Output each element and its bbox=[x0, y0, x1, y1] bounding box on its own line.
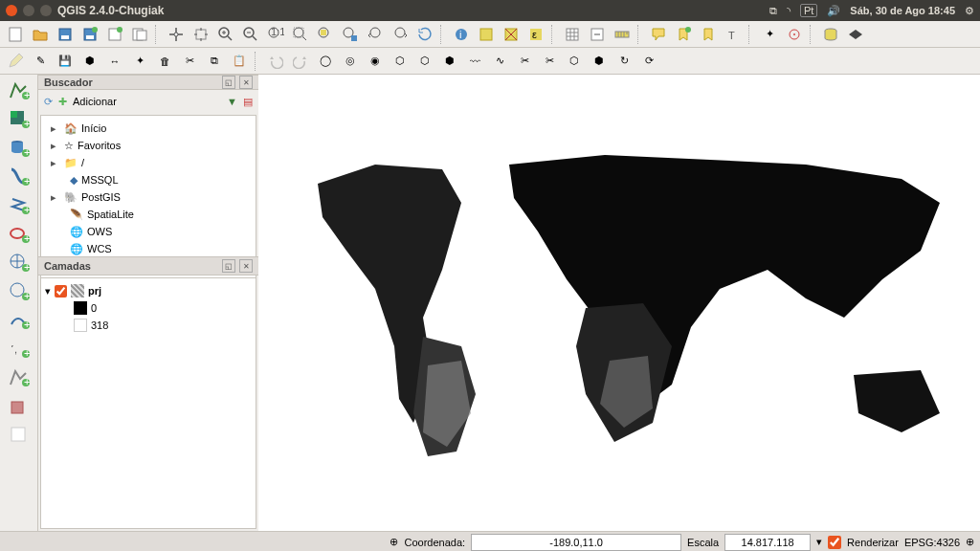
expression-select-button[interactable]: ε bbox=[524, 23, 547, 46]
refresh-button[interactable] bbox=[413, 23, 436, 46]
save-as-button[interactable] bbox=[78, 23, 101, 46]
add-part-button[interactable]: ◉ bbox=[364, 50, 387, 73]
crs-icon[interactable]: ⊕ bbox=[966, 536, 974, 548]
offset-curve-button[interactable]: ∿ bbox=[488, 50, 511, 73]
bookmark-new-button[interactable] bbox=[672, 23, 695, 46]
filter-icon[interactable]: ▼ bbox=[227, 96, 237, 107]
text-annotation-button[interactable]: T bbox=[722, 23, 745, 46]
attribute-table-button[interactable] bbox=[561, 23, 584, 46]
georef-button[interactable]: ✦ bbox=[758, 23, 781, 46]
tree-item-favorites[interactable]: ▸☆Favoritos bbox=[47, 137, 250, 154]
del-part-button[interactable]: ⬢ bbox=[438, 50, 461, 73]
add-ring-button[interactable]: ◎ bbox=[339, 50, 362, 73]
open-project-button[interactable] bbox=[29, 23, 52, 46]
tree-item-root[interactable]: ▸📁/ bbox=[47, 154, 250, 171]
merge-attrs-button[interactable]: ⬢ bbox=[588, 50, 611, 73]
add-feature-button[interactable]: ⬢ bbox=[78, 50, 101, 73]
add-mssql-button[interactable]: + bbox=[5, 193, 33, 218]
zoom-next-button[interactable] bbox=[389, 23, 412, 46]
add-wcs-button[interactable]: + bbox=[5, 279, 33, 304]
zoom-in-button[interactable] bbox=[214, 23, 237, 46]
expand-icon[interactable]: ▾ bbox=[45, 285, 51, 298]
undo-button[interactable] bbox=[264, 50, 287, 73]
postgis-button[interactable] bbox=[819, 23, 842, 46]
layers-panel[interactable]: ▾ prj 0 318 bbox=[40, 277, 256, 529]
map-canvas[interactable] bbox=[258, 75, 980, 531]
select-button[interactable] bbox=[475, 23, 498, 46]
pin-labels-button[interactable] bbox=[5, 423, 33, 448]
clock[interactable]: Sáb, 30 de Ago 18:45 bbox=[850, 5, 955, 16]
composer-manager-button[interactable] bbox=[128, 23, 151, 46]
delete-selected-button[interactable]: 🗑 bbox=[153, 50, 176, 73]
add-raster-button[interactable]: + bbox=[5, 107, 33, 132]
layer-item-prj[interactable]: ▾ prj bbox=[45, 282, 252, 299]
tree-item-home[interactable]: ▸🏠Início bbox=[47, 120, 250, 137]
coord-input[interactable] bbox=[471, 534, 681, 551]
add-spatialite-button[interactable]: + bbox=[5, 165, 33, 189]
split-features-button[interactable]: ✂ bbox=[513, 50, 536, 73]
deselect-button[interactable] bbox=[500, 23, 523, 46]
simplify-button[interactable]: ◯ bbox=[314, 50, 337, 73]
gps-button[interactable] bbox=[783, 23, 806, 46]
bookmarks-button[interactable] bbox=[697, 23, 720, 46]
lang-indicator[interactable]: Pt bbox=[800, 4, 817, 17]
scale-input[interactable] bbox=[724, 534, 811, 551]
new-project-button[interactable] bbox=[4, 23, 27, 46]
zoom-full-button[interactable] bbox=[289, 23, 312, 46]
tree-item-ows[interactable]: 🌐OWS bbox=[47, 223, 250, 240]
toggle-extents-icon[interactable]: ⊕ bbox=[390, 536, 398, 548]
crs-label[interactable]: EPSG:4326 bbox=[904, 537, 960, 548]
add-postgis-button[interactable]: + bbox=[5, 136, 33, 161]
zoom-out-button[interactable] bbox=[239, 23, 262, 46]
maximize-icon[interactable] bbox=[40, 5, 52, 16]
save-button[interactable] bbox=[54, 23, 77, 46]
layer-visibility-checkbox[interactable] bbox=[55, 285, 67, 298]
zoom-last-button[interactable] bbox=[364, 23, 387, 46]
new-composer-button[interactable] bbox=[103, 23, 126, 46]
merge-features-button[interactable]: ⬡ bbox=[563, 50, 586, 73]
add-icon[interactable]: ✚ bbox=[58, 96, 67, 108]
oracle-button[interactable] bbox=[844, 23, 867, 46]
tree-item-mssql[interactable]: ◆MSSQL bbox=[47, 171, 250, 188]
volume-icon[interactable]: 🔊 bbox=[827, 5, 840, 17]
wifi-icon[interactable]: ◝ bbox=[787, 5, 791, 17]
undock-icon[interactable]: ◱ bbox=[222, 76, 235, 89]
zoom-native-button[interactable]: 1:1 bbox=[264, 23, 287, 46]
save-edits-button[interactable]: 💾 bbox=[54, 50, 77, 73]
zoom-layer-button[interactable] bbox=[339, 23, 362, 46]
copy-button[interactable]: ⧉ bbox=[203, 50, 226, 73]
node-tool-button[interactable]: ✦ bbox=[128, 50, 151, 73]
minimize-icon[interactable] bbox=[23, 5, 34, 16]
edit-pencil-button[interactable]: ✎ bbox=[29, 50, 52, 73]
add-wfs-button[interactable]: + bbox=[5, 308, 33, 333]
add-delimited-button[interactable]: ʼ,+ bbox=[5, 337, 33, 362]
zoom-selection-button[interactable] bbox=[314, 23, 337, 46]
close-icon[interactable] bbox=[6, 5, 17, 16]
identify-button[interactable]: i bbox=[450, 23, 473, 46]
close-panel-icon[interactable]: ✕ bbox=[239, 76, 253, 89]
scale-lock-icon[interactable]: ▾ bbox=[816, 536, 822, 548]
fill-ring-button[interactable]: ⬡ bbox=[389, 50, 412, 73]
pan-button[interactable] bbox=[165, 23, 188, 46]
rotate-feature-button[interactable]: ⟳ bbox=[637, 50, 660, 73]
refresh-icon[interactable]: ⟳ bbox=[44, 96, 53, 108]
reshape-button[interactable]: 〰 bbox=[463, 50, 486, 73]
split-parts-button[interactable]: ✂ bbox=[538, 50, 561, 73]
render-checkbox[interactable] bbox=[828, 536, 841, 549]
paste-button[interactable]: 📋 bbox=[228, 50, 251, 73]
undock-icon[interactable]: ◱ bbox=[222, 259, 235, 273]
tree-item-wcs[interactable]: 🌐WCS bbox=[47, 240, 250, 257]
add-wms-button[interactable]: + bbox=[5, 251, 33, 276]
del-ring-button[interactable]: ⬡ bbox=[413, 50, 436, 73]
map-tips-button[interactable] bbox=[647, 23, 670, 46]
rotate-point-button[interactable]: ↻ bbox=[612, 50, 635, 73]
gear-icon[interactable]: ⚙ bbox=[965, 5, 974, 17]
cut-button[interactable]: ✂ bbox=[178, 50, 201, 73]
add-oracle-button[interactable]: + bbox=[5, 222, 33, 247]
tree-item-postgis[interactable]: ▸🐘PostGIS bbox=[47, 188, 250, 206]
new-shapefile-button[interactable]: + bbox=[5, 365, 33, 390]
redo-button[interactable] bbox=[289, 50, 312, 73]
dropbox-icon[interactable]: ⧉ bbox=[769, 5, 777, 17]
tree-item-spatialite[interactable]: 🪶SpatiaLite bbox=[47, 206, 250, 223]
edit-toggle-button[interactable] bbox=[4, 50, 27, 73]
